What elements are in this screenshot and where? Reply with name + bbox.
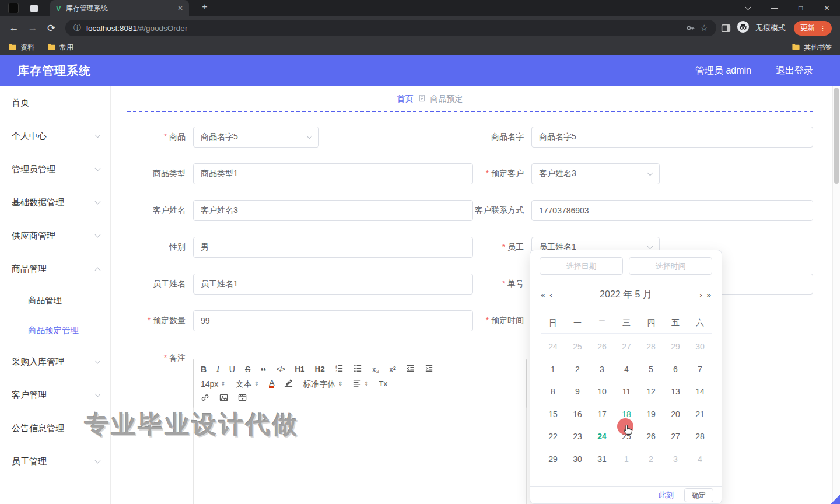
field-order-qty[interactable]: 99 [193, 310, 473, 331]
date-cell-cur-12[interactable]: 12 [639, 380, 663, 403]
date-cell-cur-2[interactable]: 2 [565, 358, 590, 381]
editor-code-button[interactable]: </> [276, 365, 285, 374]
window-menu-icon[interactable] [8, 3, 19, 13]
new-tab-button[interactable]: + [198, 2, 211, 12]
field-customer-name[interactable]: 客户姓名3 [193, 200, 473, 221]
sidebar-item-purchase[interactable]: 采购入库管理 [0, 345, 110, 379]
date-cell-cur-16[interactable]: 16 [565, 403, 590, 426]
editor-bold-button[interactable]: B [201, 365, 206, 374]
tab-list-chevron-icon[interactable] [735, 0, 761, 16]
editor-video-button[interactable] [238, 393, 247, 404]
date-cell-today-24[interactable]: 24 [590, 425, 614, 448]
editor-h1-button[interactable]: H1 [295, 365, 304, 374]
field-gender[interactable]: 男 [193, 237, 473, 258]
date-cell-prev-27[interactable]: 27 [614, 335, 639, 358]
address-bar[interactable]: ⓘ localhost:8081/#/goodsOrder ☆ [65, 20, 716, 36]
date-cell-cur-1[interactable]: 1 [541, 358, 565, 381]
bookmark-star-icon[interactable]: ☆ [701, 23, 708, 33]
editor-align-button[interactable]: ⇕ [353, 379, 369, 389]
page-scrollbar[interactable] [832, 86, 840, 504]
date-cell-cur-13[interactable]: 13 [663, 380, 688, 403]
date-cell-cur-19[interactable]: 19 [639, 403, 663, 426]
bookmark-changyong[interactable]: 常用 [47, 43, 74, 53]
sidebar-item-base-data[interactable]: 基础数据管理 [0, 186, 110, 219]
editor-underline-button[interactable]: U [229, 365, 235, 374]
tab-search-icon[interactable] [30, 5, 38, 12]
logout-button[interactable]: 退出登录 [776, 65, 813, 77]
forward-button[interactable]: → [23, 22, 42, 34]
field-customer-phone[interactable]: 17703786903 [531, 200, 813, 221]
date-cell-next-1[interactable]: 1 [614, 448, 639, 471]
date-cell-cur-11[interactable]: 11 [614, 380, 639, 403]
date-cell-cur-7[interactable]: 7 [688, 358, 712, 381]
editor-quote-button[interactable]: “ [260, 365, 267, 374]
date-cell-cur-30[interactable]: 30 [565, 448, 590, 471]
date-cell-cur-20[interactable]: 20 [663, 403, 688, 426]
prev-month-button[interactable]: ‹ [547, 290, 554, 299]
maximize-button[interactable]: □ [788, 0, 814, 16]
tab-close-icon[interactable]: ✕ [177, 4, 183, 12]
sidebar-item-goods-order[interactable]: 商品预定管理 [0, 316, 110, 345]
next-year-button[interactable]: » [705, 290, 713, 299]
scrollbar-thumb[interactable] [834, 88, 839, 184]
date-cell-prev-26[interactable]: 26 [590, 335, 614, 358]
sidebar-item-supplier[interactable]: 供应商管理 [0, 219, 110, 253]
date-cell-cur-4[interactable]: 4 [614, 358, 639, 381]
incognito-avatar-icon[interactable] [737, 20, 750, 36]
date-cell-cur-23[interactable]: 23 [565, 425, 590, 448]
date-cell-cur-29[interactable]: 29 [541, 448, 565, 471]
sidebar-item-goods[interactable]: 商品管理 [0, 253, 110, 286]
date-cell-prev-28[interactable]: 28 [639, 335, 663, 358]
field-goods-name[interactable]: 商品名字5 [531, 127, 813, 148]
editor-unordered-list-button[interactable] [354, 364, 362, 374]
date-cell-cur-15[interactable]: 15 [541, 403, 565, 426]
editor-outdent-button[interactable] [406, 364, 415, 374]
editor-font-family-button[interactable]: 标准字体⇕ [303, 379, 342, 388]
date-cell-next-4[interactable]: 4 [688, 448, 712, 471]
date-cell-cur-21[interactable]: 21 [688, 403, 712, 426]
bookmark-ziliao[interactable]: 资料 [8, 43, 34, 53]
datepicker-date-input[interactable] [540, 257, 623, 275]
date-cell-cur-3[interactable]: 3 [590, 358, 614, 381]
date-cell-cur-5[interactable]: 5 [639, 358, 663, 381]
date-cell-cur-6[interactable]: 6 [663, 358, 688, 381]
now-button[interactable]: 此刻 [659, 490, 674, 501]
editor-font-size-button[interactable]: 14px⇕ [201, 379, 226, 388]
prev-year-button[interactable]: « [538, 290, 547, 299]
date-cell-next-2[interactable]: 2 [639, 448, 663, 471]
editor-bg-color-button[interactable] [284, 379, 293, 389]
editor-superscript-button[interactable]: x² [389, 365, 396, 374]
sidebar-item-admin-mgmt[interactable]: 管理员管理 [0, 153, 110, 186]
next-month-button[interactable]: › [697, 290, 704, 299]
editor-ordered-list-button[interactable]: 123 [335, 364, 344, 374]
date-cell-cur-14[interactable]: 14 [688, 380, 712, 403]
back-to-top-corner[interactable] [831, 495, 840, 504]
field-goods[interactable]: 商品名字5 [193, 127, 319, 148]
back-button[interactable]: ← [5, 22, 23, 34]
editor-font-color-button[interactable]: A [269, 379, 274, 388]
date-cell-prev-25[interactable]: 25 [565, 335, 590, 358]
minimize-button[interactable]: — [761, 0, 788, 16]
editor-clear-format-button[interactable]: Tx [379, 379, 387, 388]
date-cell-prev-29[interactable]: 29 [663, 335, 688, 358]
date-cell-cur-8[interactable]: 8 [541, 380, 565, 403]
sidebar-item-home[interactable]: 首页 [0, 86, 110, 120]
date-cell-cur-9[interactable]: 9 [565, 380, 590, 403]
datepicker-time-input[interactable] [629, 257, 712, 275]
field-order-customer[interactable]: 客户姓名3 [531, 163, 660, 184]
date-cell-cur-10[interactable]: 10 [590, 380, 614, 403]
date-cell-cur-26[interactable]: 26 [639, 425, 663, 448]
date-cell-prev-30[interactable]: 30 [688, 335, 712, 358]
field-goods-type[interactable]: 商品类型1 [193, 163, 473, 184]
sidebar-item-goods-list[interactable]: 商品管理 [0, 286, 110, 316]
sidebar-item-profile[interactable]: 个人中心 [0, 120, 110, 153]
date-cell-cur-17[interactable]: 17 [590, 403, 614, 426]
site-info-icon[interactable]: ⓘ [74, 23, 81, 33]
editor-paragraph-type-button[interactable]: 文本⇕ [236, 379, 259, 388]
editor-h2-button[interactable]: H2 [314, 365, 324, 374]
close-button[interactable]: ✕ [814, 0, 840, 16]
update-button[interactable]: 更新 ⋮ [794, 21, 832, 36]
side-panel-icon[interactable] [721, 23, 731, 33]
editor-strike-button[interactable]: S [245, 365, 250, 374]
field-staff-name[interactable]: 员工姓名1 [193, 274, 473, 295]
